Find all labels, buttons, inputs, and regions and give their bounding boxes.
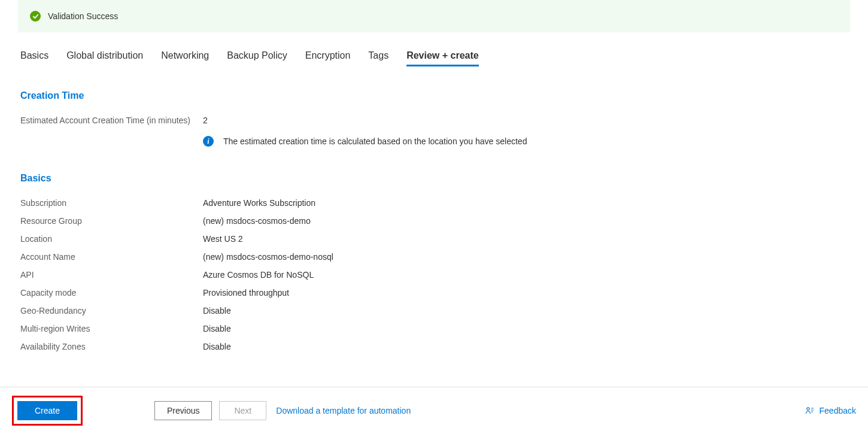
field-label: Availability Zones (20, 341, 203, 353)
field-row-geo-redundancy: Geo-Redundancy Disable (20, 305, 848, 317)
create-button[interactable]: Create (17, 401, 77, 420)
field-value: Disable (203, 323, 231, 335)
field-label: Subscription (20, 197, 203, 209)
feedback-link[interactable]: Feedback (805, 406, 856, 415)
next-button: Next (219, 401, 266, 420)
tab-backup-policy[interactable]: Backup Policy (227, 50, 287, 66)
main-content: Creation Time Estimated Account Creation… (0, 90, 868, 353)
download-template-link[interactable]: Download a template for automation (276, 406, 411, 415)
svg-point-0 (806, 408, 809, 410)
field-row-availability-zones: Availability Zones Disable (20, 341, 848, 353)
field-row-subscription: Subscription Adventure Works Subscriptio… (20, 197, 848, 209)
field-label: Capacity mode (20, 287, 203, 299)
field-value: Disable (203, 341, 231, 353)
field-row-multi-region-writes: Multi-region Writes Disable (20, 323, 848, 335)
field-value: West US 2 (203, 233, 243, 245)
validation-banner: Validation Success (18, 0, 850, 32)
section-heading-basics: Basics (20, 173, 848, 184)
info-text: The estimated creation time is calculate… (223, 136, 527, 146)
field-row-capacity-mode: Capacity mode Provisioned throughput (20, 287, 848, 299)
field-value: (new) msdocs-cosmos-demo-nosql (203, 251, 333, 263)
feedback-icon (805, 406, 815, 415)
field-row-location: Location West US 2 (20, 233, 848, 245)
field-label: API (20, 269, 203, 281)
create-button-highlight: Create (12, 396, 83, 426)
field-label: Multi-region Writes (20, 323, 203, 335)
field-row-account-name: Account Name (new) msdocs-cosmos-demo-no… (20, 251, 848, 263)
footer-bar: Create Previous Next Download a template… (0, 387, 868, 434)
info-row: i The estimated creation time is calcula… (203, 136, 848, 147)
tab-global-distribution[interactable]: Global distribution (66, 50, 143, 66)
field-label: Geo-Redundancy (20, 305, 203, 317)
field-label: Account Name (20, 251, 203, 263)
tab-review-create[interactable]: Review + create (406, 50, 479, 66)
field-value: (new) msdocs-cosmos-demo (203, 215, 311, 227)
field-value: Azure Cosmos DB for NoSQL (203, 269, 314, 281)
field-label: Resource Group (20, 215, 203, 227)
success-check-icon (30, 11, 41, 22)
field-row-resource-group: Resource Group (new) msdocs-cosmos-demo (20, 215, 848, 227)
field-label: Location (20, 233, 203, 245)
feedback-label: Feedback (820, 406, 856, 415)
field-label-estimate: Estimated Account Creation Time (in minu… (20, 114, 203, 126)
field-value: Disable (203, 305, 231, 317)
field-value-estimate: 2 (203, 114, 208, 126)
field-row-estimate: Estimated Account Creation Time (in minu… (20, 114, 848, 126)
info-icon: i (203, 136, 214, 147)
field-value: Provisioned throughput (203, 287, 289, 299)
field-row-api: API Azure Cosmos DB for NoSQL (20, 269, 848, 281)
validation-message: Validation Success (48, 11, 118, 21)
previous-button[interactable]: Previous (154, 401, 212, 420)
section-heading-creation-time: Creation Time (20, 90, 848, 101)
tab-networking[interactable]: Networking (161, 50, 209, 66)
tab-encryption[interactable]: Encryption (305, 50, 351, 66)
tab-tags[interactable]: Tags (368, 50, 389, 66)
tab-bar: Basics Global distribution Networking Ba… (0, 50, 868, 66)
tab-basics[interactable]: Basics (20, 50, 48, 66)
field-value: Adventure Works Subscription (203, 197, 315, 209)
